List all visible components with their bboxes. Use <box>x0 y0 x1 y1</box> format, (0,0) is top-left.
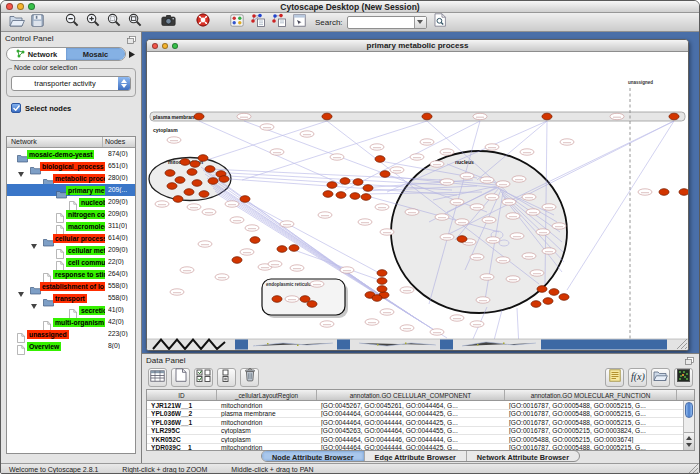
network-node[interactable] <box>358 219 372 225</box>
tree-row[interactable]: establishment of lo558(0) <box>7 280 135 292</box>
network-node[interactable] <box>175 177 185 184</box>
network-node[interactable] <box>155 201 169 207</box>
network-node[interactable] <box>327 182 337 189</box>
network-node[interactable] <box>390 167 404 173</box>
float-panel-icon[interactable] <box>685 351 694 369</box>
network-node[interactable] <box>245 225 259 231</box>
network-node[interactable] <box>377 286 387 293</box>
network-node[interactable] <box>549 289 559 296</box>
scrollbar-thumb[interactable] <box>685 402 693 418</box>
network-node[interactable] <box>485 194 499 200</box>
network-node[interactable] <box>270 149 284 155</box>
table-row[interactable]: YKR052Ccytoplasm[GO:0044464, GO:0044446,… <box>147 435 694 444</box>
network-node[interactable] <box>470 204 484 210</box>
network-node[interactable] <box>430 329 444 335</box>
tree-row[interactable]: nitrogen compo209(0) <box>7 208 135 220</box>
network-node[interactable] <box>473 113 487 119</box>
annotations-button[interactable] <box>290 14 309 31</box>
new-attribute-button[interactable] <box>171 368 190 387</box>
network-node[interactable] <box>350 193 360 200</box>
network-node[interactable] <box>435 214 449 220</box>
network-node[interactable] <box>363 185 373 192</box>
network-node[interactable] <box>502 199 516 205</box>
column-header[interactable]: _cellularLayoutRegion <box>217 390 317 400</box>
network-node[interactable] <box>669 113 679 120</box>
network-node[interactable] <box>192 180 202 187</box>
network-node[interactable] <box>165 170 175 177</box>
new-network-view-button[interactable] <box>248 14 267 31</box>
network-node[interactable] <box>272 296 282 303</box>
network-node[interactable] <box>370 144 384 150</box>
table-row[interactable]: YPL036W__1mitochondrion[GO:0044464, GO:0… <box>147 418 694 427</box>
column-header[interactable]: annotation.GO MOLECULAR_FUNCTION <box>505 390 677 400</box>
tree-row[interactable]: transport558(0) <box>7 292 135 304</box>
network-node[interactable] <box>542 248 556 254</box>
network-node[interactable] <box>482 217 496 223</box>
attribute-list-button[interactable] <box>605 368 624 387</box>
network-node[interactable] <box>353 179 363 186</box>
open-session-button[interactable] <box>7 14 26 31</box>
save-session-button[interactable] <box>28 14 47 31</box>
network-node[interactable] <box>522 194 536 200</box>
network-copy-button[interactable] <box>269 14 288 31</box>
network-node[interactable] <box>537 286 547 293</box>
network-node[interactable] <box>485 144 499 150</box>
network-node[interactable] <box>380 171 390 178</box>
tree-row[interactable]: cellular process614(0) <box>7 232 135 244</box>
network-node[interactable] <box>173 196 183 203</box>
network-node[interactable] <box>659 189 669 196</box>
network-node[interactable] <box>400 325 414 331</box>
table-row[interactable]: YPL036W__2plasma membrane[GO:0044464, GO… <box>147 410 694 419</box>
network-node[interactable] <box>470 321 484 327</box>
network-node[interactable] <box>365 319 379 325</box>
network-node[interactable] <box>250 237 260 244</box>
close-button[interactable] <box>6 3 13 10</box>
network-node[interactable] <box>542 204 556 210</box>
region-plasma-membrane[interactable]: plasma membrane <box>150 112 685 121</box>
network-node[interactable] <box>202 209 216 215</box>
network-node[interactable] <box>330 154 344 160</box>
minimize-button[interactable] <box>17 3 24 10</box>
network-node[interactable] <box>280 221 294 227</box>
network-node[interactable] <box>543 298 553 305</box>
zoom-out-button[interactable] <box>62 14 81 31</box>
network-node[interactable] <box>480 274 494 280</box>
table-row[interactable]: YJR121W__1mitochondrion[GO:0045267, GO:0… <box>147 401 694 410</box>
network-node[interactable] <box>225 201 239 207</box>
network-node[interactable] <box>440 179 454 185</box>
tree-row[interactable]: mosaic-demo-yeast874(0) <box>7 148 135 160</box>
tree-row[interactable]: metabolic process280(0) <box>7 172 135 184</box>
network-node[interactable] <box>199 191 209 198</box>
view-minimize-button[interactable] <box>162 43 168 49</box>
network-node[interactable] <box>180 159 190 166</box>
network-node[interactable] <box>230 217 244 223</box>
network-node[interactable] <box>285 296 299 302</box>
network-node[interactable] <box>510 233 524 239</box>
network-node[interactable] <box>268 261 282 267</box>
tree-row[interactable]: primary metabo209(... <box>7 184 135 196</box>
network-node[interactable] <box>240 196 250 203</box>
column-header[interactable]: annotation.GO CELLULAR_COMPONENT <box>317 390 505 400</box>
tree-row[interactable]: Overview8(0) <box>7 340 135 352</box>
network-node[interactable] <box>336 192 346 199</box>
zoom-fit-button[interactable] <box>125 14 144 31</box>
unselect-attributes-button[interactable] <box>217 368 236 387</box>
network-node[interactable] <box>290 265 304 271</box>
view-zoom-button[interactable] <box>172 43 178 49</box>
select-nodes-checkbox[interactable] <box>11 103 21 113</box>
network-node[interactable] <box>536 229 550 235</box>
search-dropdown-arrow-icon[interactable] <box>414 17 426 28</box>
network-node[interactable] <box>208 178 218 185</box>
formula-builder-button[interactable]: f(x) <box>628 368 647 387</box>
network-node[interactable] <box>506 213 520 219</box>
tree-row[interactable]: multi-organism pro42(0) <box>7 316 135 328</box>
network-node[interactable] <box>512 176 526 182</box>
network-node[interactable] <box>380 309 394 315</box>
network-node[interactable] <box>237 113 251 119</box>
network-node[interactable] <box>522 253 536 259</box>
table-row[interactable]: YLR295Ccytoplasm[GO:0045263, GO:0044464,… <box>147 427 694 436</box>
combobox-stepper-icon[interactable] <box>118 77 130 90</box>
network-canvas[interactable]: plasma membrane cytoplasm unassigned mit… <box>147 52 688 350</box>
float-panel-icon[interactable] <box>127 30 136 48</box>
search-value[interactable] <box>348 17 414 28</box>
